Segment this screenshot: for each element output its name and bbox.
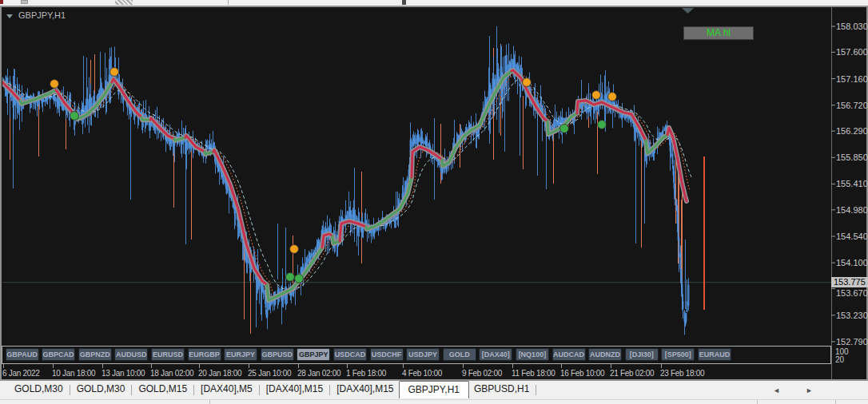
toolbar-strip [0,0,868,6]
chart-tab-bar: GOLD,M30GOLD,M30GOLD,M15[DAX40],M5[DAX40… [0,381,868,399]
time-axis-label: 4 Feb 10:00 [402,369,442,378]
symbol-button-audcad[interactable]: AUDCAD [552,348,586,361]
tab-separator [329,385,330,395]
time-axis-label: 13 Jan 10:00 [102,369,145,378]
chart-tab-gbpjpyh1[interactable]: GBPJPY,H1 [399,381,469,398]
symbol-switcher-panel: GBPAUDGBPCADGBPNZDAUDUSDEURUSDEURGBPEURJ… [2,346,831,364]
chart-tab-gbpusdh1[interactable]: GBPUSD,H1 [469,381,534,398]
statusbar-divider [835,400,836,404]
price-axis-label: 156.720 [836,101,868,110]
sell-signal-dot [50,80,59,89]
sell-signal-dot [110,68,119,77]
sell-signal-dot [290,245,299,254]
tab-separator [193,385,194,395]
subwindow-scale-min: 20 [835,355,844,364]
chart-tab-dax40m5[interactable]: [DAX40],M5 [196,381,257,398]
symbol-button-dax40[interactable]: [DAX40] [479,348,512,361]
mt5-window: GBPJPY,H1 MA hl 158.030157.600157.160156… [0,0,868,404]
toolbar-fragment-dark [402,0,406,5]
time-axis-label: 20 Jan 18:00 [198,369,241,378]
symbol-button-gbpnzd[interactable]: GBPNZD [78,348,112,361]
symbol-button-audusd[interactable]: AUDUSD [114,348,148,361]
tab-separator [70,385,70,395]
buy-signal-dot [598,121,607,129]
sell-signal-dot [523,78,532,87]
indicator-name-badge[interactable]: MA hl [683,26,754,40]
toolbar-grip [115,0,133,5]
price-axis-label: 152.790 [836,337,868,347]
statusbar-divider [757,400,758,404]
toolbar-fragment-icon [21,0,28,4]
time-axis-label: 16 Feb 10:00 [560,369,604,378]
price-axis-label: 158.030 [836,22,868,31]
symbol-button-gbpjpy[interactable]: GBPJPY [297,348,330,361]
symbol-button-eurusd[interactable]: EURUSD [151,348,185,361]
price-axis-label: 153.230 [836,311,868,320]
time-axis-label: 6 Jan 2022 [2,369,40,378]
time-axis-label: 1 Feb 18:00 [346,369,386,378]
chart-symbol-label[interactable]: GBPJPY,H1 [6,10,66,20]
tab-scroll-left-icon[interactable]: ◄ [773,386,780,394]
time-axis-label: 25 Jan 10:00 [248,369,291,378]
price-axis-label: 155.850 [836,152,868,162]
price-axis-label: 154.100 [836,258,868,267]
price-axis-label: 157.160 [836,74,868,84]
sell-signal-dot [608,93,617,101]
time-axis-label: 23 Feb 18:00 [660,369,704,378]
buy-signal-dot [286,272,295,281]
chart-tab-goldm15[interactable]: GOLD,M15 [133,381,192,398]
toolbar-fragment-red [0,0,3,4]
symbol-button-usdchf[interactable]: USDCHF [370,348,404,361]
status-bar [0,399,868,404]
price-axis-label: 154.980 [836,205,868,215]
chart-tab-goldm30[interactable]: GOLD,M30 [10,381,68,398]
tab-separator [259,385,260,395]
time-axis-label: 11 Feb 18:00 [512,369,555,378]
time-axis-label: 28 Jan 02:00 [297,369,340,378]
symbol-button-usdjpy[interactable]: USDJPY [406,348,440,361]
symbol-button-euraud[interactable]: EURAUD [698,348,731,361]
symbol-button-gbpaud[interactable]: GBPAUD [6,348,39,361]
buy-signal-dot [70,112,79,121]
price-chart[interactable] [0,0,868,404]
price-axis-label: 156.290 [836,126,868,136]
symbol-button-dji30[interactable]: [DJI30] [625,348,659,361]
symbol-button-usdcad[interactable]: USDCAD [333,348,367,361]
time-axis-label: 21 Feb 02:00 [610,369,654,378]
symbol-period-text: GBPJPY,H1 [18,10,66,20]
price-axis-label: 153.670 [836,288,868,298]
symbol-button-gbpusd[interactable]: GBPUSD [261,348,294,361]
sell-signal-dot [592,91,601,100]
price-axis-label: 154.540 [836,232,868,241]
symbol-button-sp500[interactable]: [SP500] [661,348,695,361]
price-axis-label: 157.600 [836,47,868,57]
statusbar-divider [209,400,210,404]
time-axis-label: 9 Feb 02:00 [462,369,502,378]
tab-scroll-right-icon[interactable]: ► [806,386,813,394]
current-price-badge: 153.775 [831,277,868,287]
tab-separator [131,385,132,395]
price-axis-label: 155.410 [836,179,868,188]
chart-tab-goldm30[interactable]: GOLD,M30 [72,381,130,398]
symbol-button-eurjpy[interactable]: EURJPY [224,348,257,361]
buy-signal-dot [295,275,304,283]
symbol-button-gold[interactable]: GOLD [443,348,476,361]
symbol-button-audnzd[interactable]: AUDNZD [588,348,622,361]
time-axis-label: 10 Jan 18:00 [52,369,95,378]
chart-tab-dax40m15[interactable]: [DAX40],M15 [261,381,328,398]
symbol-button-eurgbp[interactable]: EURGBP [188,348,221,361]
buy-signal-dot [560,125,569,133]
toolbar-separator [228,0,229,5]
symbol-button-nq100[interactable]: [NQ100] [516,348,549,361]
collapse-triangle-icon[interactable] [6,14,13,18]
symbol-button-gbpcad[interactable]: GBPCAD [42,348,75,361]
chart-tab-dax40m15[interactable]: [DAX40],M15 [332,381,398,398]
time-axis-label: 18 Jan 02:00 [150,369,193,378]
tab-separator [536,385,536,395]
